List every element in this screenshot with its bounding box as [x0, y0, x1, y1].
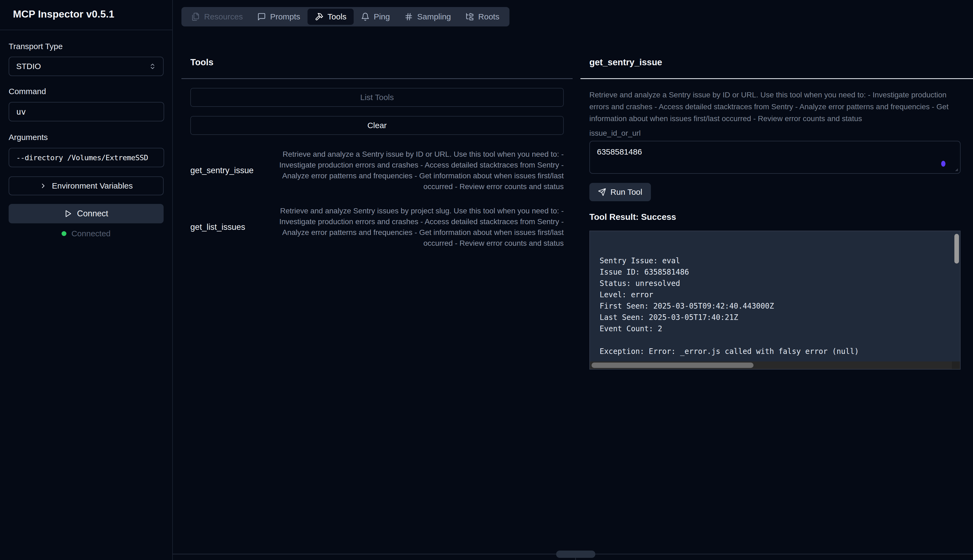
transport-select-value: STDIO — [16, 62, 41, 71]
folder-tree-icon — [465, 12, 474, 21]
run-tool-label: Run Tool — [610, 187, 642, 197]
connect-button-label: Connect — [77, 209, 108, 218]
tab-roots-label: Roots — [478, 12, 499, 21]
arguments-input[interactable] — [8, 148, 164, 167]
tool-result-heading: Tool Result: Success — [589, 212, 676, 222]
sidebar: MCP Inspector v0.5.1 Transport Type STDI… — [0, 0, 173, 560]
environment-variables-label: Environment Variables — [52, 181, 133, 190]
tool-description: Retrieve and analyze Sentry issues by pr… — [257, 205, 564, 249]
console-scrollbar-corner — [952, 362, 960, 369]
tab-bar: Resources Prompts Tools Ping Sampling Ro… — [181, 7, 510, 27]
tool-detail-divider — [580, 78, 973, 79]
play-icon — [64, 210, 72, 218]
tool-name: get_sentry_issue — [191, 166, 254, 175]
tool-list-item-get-list-issues[interactable]: get_list_issues Retrieve and analyze Sen… — [191, 203, 564, 251]
arguments-label: Arguments — [8, 133, 48, 142]
param-input[interactable]: 6358581486 — [590, 142, 960, 173]
console-horizontal-scrollbar-track[interactable] — [590, 362, 960, 369]
tool-description: Retrieve and analyze a Sentry issue by I… — [266, 149, 564, 192]
tab-resources[interactable]: Resources — [184, 8, 250, 25]
console-vertical-scrollbar[interactable] — [955, 234, 959, 263]
sidebar-header-divider — [0, 30, 172, 30]
tool-result-console: Sentry Issue: eval Issue ID: 6358581486 … — [589, 231, 961, 370]
message-square-icon — [257, 12, 266, 21]
chevrons-up-down-icon — [149, 63, 156, 70]
clear-button[interactable]: Clear — [191, 116, 564, 135]
param-input-wrapper: 6358581486 — [589, 141, 961, 174]
tab-tools[interactable]: Tools — [308, 8, 354, 25]
tab-prompts[interactable]: Prompts — [250, 8, 308, 25]
tool-list-item-get-sentry-issue[interactable]: get_sentry_issue Retrieve and analyze a … — [191, 147, 564, 194]
tool-detail-heading: get_sentry_issue — [589, 57, 662, 67]
tab-roots[interactable]: Roots — [458, 8, 507, 25]
resize-grip-icon[interactable] — [953, 167, 958, 172]
bell-icon — [361, 12, 369, 21]
command-label: Command — [8, 87, 46, 96]
extension-badge-icon — [941, 161, 945, 167]
tab-sampling-label: Sampling — [417, 12, 451, 21]
environment-variables-button[interactable]: Environment Variables — [8, 177, 164, 195]
mcp-inspector-app: MCP Inspector v0.5.1 Transport Type STDI… — [0, 0, 973, 560]
transport-select[interactable]: STDIO — [8, 57, 164, 76]
status-label: Connected — [71, 229, 110, 238]
send-icon — [598, 188, 606, 196]
status-dot — [62, 231, 67, 236]
connection-status: Connected — [0, 228, 172, 239]
tab-ping-label: Ping — [374, 12, 390, 21]
param-label: issue_id_or_url — [589, 129, 641, 138]
list-tools-button[interactable]: List Tools — [191, 88, 564, 107]
bottom-panel-drag-handle[interactable] — [556, 550, 595, 558]
tool-detail-description: Retrieve and analyze a Sentry issue by I… — [589, 89, 961, 125]
tool-result-output: Sentry Issue: eval Issue ID: 6358581486 … — [590, 231, 960, 370]
hash-icon — [405, 12, 413, 21]
run-tool-button[interactable]: Run Tool — [589, 183, 651, 201]
files-icon — [191, 12, 200, 21]
chevron-right-icon — [39, 182, 47, 190]
command-input[interactable] — [8, 102, 164, 122]
hammer-icon — [315, 12, 323, 21]
tools-panel-heading: Tools — [191, 57, 214, 67]
transport-type-label: Transport Type — [8, 42, 63, 51]
tab-resources-label: Resources — [204, 12, 243, 21]
tab-sampling[interactable]: Sampling — [397, 8, 458, 25]
tab-prompts-label: Prompts — [270, 12, 300, 21]
tool-name: get_list_issues — [191, 222, 245, 232]
tools-panel-divider — [181, 78, 573, 79]
app-title: MCP Inspector v0.5.1 — [13, 8, 114, 20]
connect-button[interactable]: Connect — [8, 204, 164, 223]
bottom-panel-vertical-divider — [575, 558, 576, 560]
tab-tools-label: Tools — [328, 12, 346, 21]
console-horizontal-scrollbar[interactable] — [592, 363, 754, 368]
tab-ping[interactable]: Ping — [354, 8, 397, 25]
